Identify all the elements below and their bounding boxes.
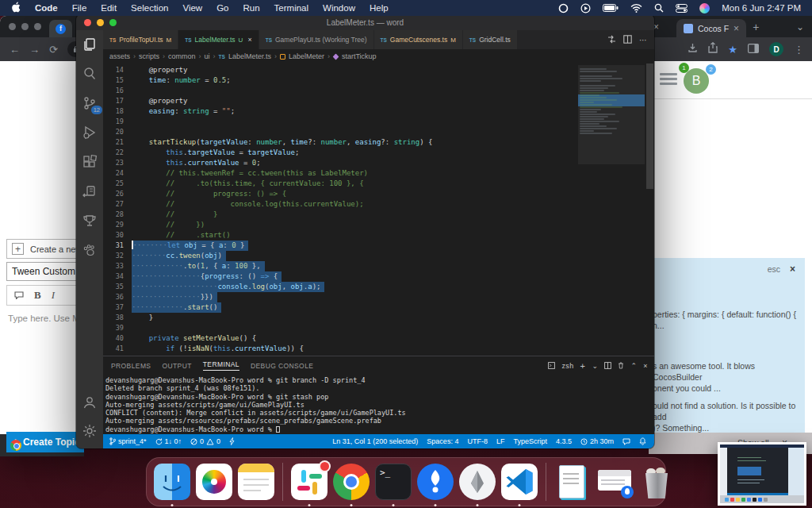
breadcrumb-item[interactable]: LabelMeter.ts (228, 52, 271, 60)
search-icon[interactable] (82, 66, 98, 82)
explorer-icon[interactable] (82, 37, 98, 52)
dock-icon-photos[interactable] (196, 464, 232, 500)
run-debug-icon[interactable] (82, 125, 98, 140)
ring-icon[interactable] (558, 3, 569, 13)
sidebar-icon[interactable] (748, 42, 759, 56)
share-icon[interactable] (708, 42, 718, 56)
timer-indicator[interactable]: 2h 30m (580, 437, 614, 445)
source-control-icon[interactable]: 12 (82, 95, 98, 111)
indentation[interactable]: Spaces: 4 (427, 437, 458, 445)
user-avatar[interactable]: B (684, 68, 709, 94)
quote-icon[interactable] (14, 288, 24, 302)
code-editor[interactable]: 14 @property15 time: number = 0.5;1617 @… (103, 64, 654, 356)
panel-tab-debug-console[interactable]: DEBUG CONSOLE (251, 362, 313, 370)
minimap[interactable] (578, 65, 645, 356)
tab-close-icon[interactable]: × (733, 23, 739, 34)
dock-icon-minwindow[interactable] (596, 464, 633, 500)
bookmark-star-icon[interactable]: ★ (728, 44, 737, 56)
menu-app-name[interactable]: Code (35, 3, 58, 13)
breadcrumb[interactable]: assets›scripts›common›ui›TSLabelMeter.ts… (103, 49, 654, 64)
editor-tab-labelmeter-ts[interactable]: TSLabelMeter.tsU× (178, 30, 259, 49)
language-mode[interactable]: TypeScript (513, 437, 547, 445)
siri-icon[interactable] (699, 3, 710, 13)
split-editor-icon[interactable] (623, 35, 632, 45)
browser-menu-icon[interactable]: ⋮ (794, 44, 804, 56)
compose-body-textarea[interactable]: Type here. Use M (6, 307, 84, 438)
menu-item-window[interactable]: Window (323, 3, 355, 13)
dock-icon-document[interactable] (554, 464, 591, 500)
reload-button[interactable]: ⟳ (49, 44, 58, 56)
dock-icon-trash[interactable] (638, 464, 675, 500)
breadcrumb-item[interactable]: startTickup (342, 52, 377, 60)
tab-search-chevron[interactable]: ⌄ (796, 21, 804, 33)
italic-button[interactable]: I (52, 289, 55, 302)
new-terminal-icon[interactable]: + (580, 361, 586, 371)
facebook-tab[interactable]: f (49, 20, 72, 37)
prev-tab-close-icon[interactable]: × (653, 21, 659, 33)
dock-icon-terminal[interactable]: >_ (375, 464, 412, 500)
new-tab-button[interactable]: + (753, 21, 759, 33)
kill-terminal-icon[interactable] (618, 362, 624, 369)
battery-icon[interactable] (603, 4, 619, 12)
encoding[interactable]: UTF-8 (467, 437, 488, 445)
maximize-panel-icon[interactable]: ⌃ (630, 362, 637, 370)
notifications-bell-icon[interactable] (639, 437, 646, 445)
editor-scrollbar[interactable] (645, 64, 654, 356)
git-branch-indicator[interactable]: sprint_4* (109, 437, 147, 445)
topic-snippet[interactable]: s an awesome tool. It blows CocosBuilder… (653, 361, 803, 394)
terminal-output[interactable]: devanshugarg@Devanshus-MacBook-Pro word … (103, 373, 654, 434)
menu-item-run[interactable]: Run (243, 3, 259, 13)
topic-snippet[interactable]: perties: { margins: { default: function(… (653, 310, 803, 332)
editor-tab-gamecutscenes-ts[interactable]: TSGameCutscenes.tsM (374, 30, 463, 49)
breadcrumb-item[interactable]: assets (109, 52, 130, 60)
play-circle-icon[interactable] (580, 3, 591, 13)
more-actions-icon[interactable]: ⋯ (639, 36, 647, 44)
screenshot-preview-thumbnail[interactable] (718, 442, 806, 506)
remote-explorer-icon[interactable] (82, 183, 98, 199)
settings-gear-icon[interactable] (82, 423, 98, 439)
trophy-icon[interactable] (82, 213, 98, 229)
dock-icon-finder[interactable] (154, 464, 190, 500)
menu-item-help[interactable]: Help (370, 3, 389, 13)
split-terminal-icon[interactable] (604, 362, 611, 369)
breadcrumb-item[interactable]: ui (205, 52, 210, 60)
topic-snippet[interactable]: ould not find a solution. Is it possible… (653, 401, 803, 434)
download-icon[interactable] (688, 42, 698, 56)
panel-tab-output[interactable]: OUTPUT (162, 362, 191, 370)
wifi-icon[interactable] (630, 4, 642, 13)
menu-item-terminal[interactable]: Terminal (274, 3, 308, 13)
forward-button[interactable]: → (29, 44, 40, 56)
open-changes-icon[interactable] (607, 35, 616, 45)
browser-left-traffic-lights[interactable] (0, 23, 41, 30)
vscode-title-bar[interactable]: LabelMeter.ts — word (76, 14, 654, 30)
breadcrumb-item[interactable]: scripts (139, 52, 159, 60)
control-center-icon[interactable] (676, 4, 688, 13)
dock-icon-notes[interactable] (238, 464, 274, 500)
extensions-icon[interactable] (82, 154, 98, 170)
create-new-button[interactable]: + Create a new (6, 239, 84, 259)
launch-profile-chevron[interactable]: ⌄ (592, 362, 598, 370)
hamburger-menu-icon[interactable] (660, 73, 677, 87)
sync-indicator[interactable]: 1↓ 0↑ (155, 437, 182, 445)
editor-tab-gridcell-ts[interactable]: TSGridCell.ts (463, 30, 518, 49)
bold-button[interactable]: B (34, 289, 41, 302)
breadcrumb-item[interactable]: LabelMeter (289, 52, 324, 60)
problems-indicator[interactable]: 0 0 (190, 437, 220, 445)
cocos-tab[interactable]: Cocos F × (676, 19, 746, 37)
cursor-position[interactable]: Ln 31, Col 1 (200 selected) (332, 437, 418, 445)
menu-bar-clock[interactable]: Mon 6 Jun 2:47 PM (722, 3, 801, 13)
eol[interactable]: LF (496, 437, 505, 445)
editor-tab-gameplayui-ts--working-tree-[interactable]: TSGamePlayUI.ts (Working Tree) (259, 30, 374, 49)
feedback-icon[interactable] (622, 438, 630, 445)
spotlight-icon[interactable] (654, 3, 664, 13)
editor-tab-profiletopui-ts[interactable]: TSProfileTopUI.tsM (103, 30, 178, 49)
dock-icon-chrome[interactable] (333, 464, 370, 500)
plug-icon[interactable] (229, 437, 235, 445)
tab-close-icon[interactable]: × (247, 36, 251, 44)
menu-item-view[interactable]: View (182, 3, 202, 13)
topic-title-input[interactable] (6, 262, 84, 281)
apple-menu-icon[interactable] (11, 2, 21, 14)
pets-paw-icon[interactable] (82, 242, 98, 258)
panel-close-icon[interactable]: × (790, 264, 795, 275)
dock-icon-vscode[interactable] (501, 464, 538, 500)
